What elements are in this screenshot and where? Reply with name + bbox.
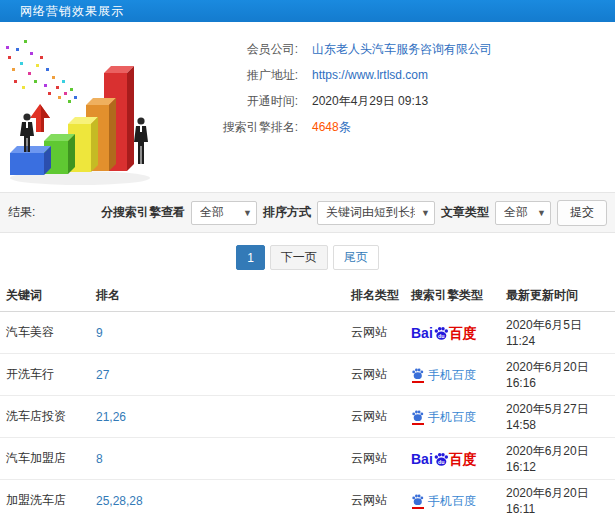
open-time-row: 开通时间: 2020年4月29日 09:13 — [180, 88, 615, 114]
engine-filter-value: 全部 — [200, 204, 237, 221]
rank-type-cell: 云网站 — [345, 438, 405, 480]
header-bar: 网络营销效果展示 — [0, 0, 615, 22]
updated-cell: 2020年6月20日 16:12 — [500, 438, 615, 480]
page-title: 网络营销效果展示 — [0, 3, 124, 20]
rank-count-row: 搜索引擎排名: 4648条 — [180, 114, 615, 140]
rank-type-cell: 云网站 — [345, 354, 405, 396]
chevron-down-icon: ▼ — [421, 208, 430, 218]
engine-filter-label: 分搜索引擎查看 — [101, 204, 185, 221]
baidu-paw-icon: du — [433, 325, 449, 341]
type-filter-label: 文章类型 — [441, 204, 489, 221]
header-rank-type: 排名类型 — [345, 280, 405, 312]
baidu-paw-icon — [411, 409, 424, 422]
rank-count-number: 4648 — [312, 120, 339, 134]
table-row: 加盟洗车店25,28,28云网站手机百度2020年6月20日 16:11 — [0, 480, 615, 520]
table-row: 汽车加盟店8云网站Baidu百度2020年6月20日 16:12 — [0, 438, 615, 480]
rank-cell[interactable]: 27 — [90, 354, 345, 396]
baidu-paw-icon — [411, 367, 424, 380]
header-updated: 最新更新时间 — [500, 280, 615, 312]
rank-type-cell: 云网站 — [345, 396, 405, 438]
sort-filter-value: 关键词由短到长排序 — [326, 204, 415, 221]
info-section: 会员公司: 山东老人头汽车服务咨询有限公司 推广地址: https://www.… — [0, 22, 615, 192]
open-time-label: 开通时间: — [180, 93, 298, 110]
baidu-logo: Baidu百度 — [411, 325, 477, 341]
engine-filter-select[interactable]: 全部 ▼ — [191, 201, 257, 225]
member-company-link[interactable]: 山东老人头汽车服务咨询有限公司 — [312, 41, 492, 58]
updated-cell: 2020年6月5日 11:24 — [500, 312, 615, 354]
page: 网络营销效果展示 — [0, 0, 615, 520]
next-page-button[interactable]: 下一页 — [270, 245, 328, 270]
promo-url-label: 推广地址: — [180, 67, 298, 84]
keyword-cell: 开洗车行 — [0, 354, 90, 396]
businessman-right — [134, 117, 148, 164]
keyword-table-body: 汽车美容9云网站Baidu百度2020年6月5日 11:24开洗车行27云网站手… — [0, 312, 615, 520]
bar-chart-illustration — [0, 28, 178, 190]
member-company-row: 会员公司: 山东老人头汽车服务咨询有限公司 — [180, 36, 615, 62]
bar-blue — [10, 146, 51, 175]
type-filter-value: 全部 — [504, 204, 531, 221]
keyword-cell: 加盟洗车店 — [0, 480, 90, 520]
type-filter-select[interactable]: 全部 ▼ — [495, 201, 551, 225]
updated-cell: 2020年6月20日 16:16 — [500, 354, 615, 396]
pagination: 1 下一页 尾页 — [0, 245, 615, 270]
rank-type-cell: 云网站 — [345, 312, 405, 354]
rank-count-label: 搜索引擎排名: — [180, 119, 298, 136]
engine-cell: 手机百度 — [405, 396, 500, 438]
mobile-baidu-logo: 手机百度 — [411, 367, 476, 383]
rank-count-value: 4648条 — [312, 119, 351, 136]
chevron-down-icon: ▼ — [537, 208, 546, 218]
member-company-label: 会员公司: — [180, 41, 298, 58]
baidu-underline — [412, 507, 424, 509]
header-keyword: 关键词 — [0, 280, 90, 312]
table-row: 汽车美容9云网站Baidu百度2020年6月5日 11:24 — [0, 312, 615, 354]
keyword-cell: 汽车加盟店 — [0, 438, 90, 480]
table-header-row: 关键词 排名 排名类型 搜索引擎类型 最新更新时间 — [0, 280, 615, 312]
rank-cell[interactable]: 8 — [90, 438, 345, 480]
rank-count-unit: 条 — [339, 120, 351, 134]
baidu-underline — [412, 423, 424, 425]
rank-cell[interactable]: 25,28,28 — [90, 480, 345, 520]
filter-controls: 分搜索引擎查看 全部 ▼ 排序方式 关键词由短到长排序 ▼ 文章类型 全部 ▼ … — [101, 200, 607, 226]
table-row: 洗车店投资21,26云网站手机百度2020年5月27日 14:58 — [0, 396, 615, 438]
page-button-current[interactable]: 1 — [236, 245, 265, 270]
svg-text:du: du — [438, 458, 445, 464]
header-rank: 排名 — [90, 280, 345, 312]
engine-cell: Baidu百度 — [405, 312, 500, 354]
mobile-baidu-logo: 手机百度 — [411, 493, 476, 509]
open-time-value: 2020年4月29日 09:13 — [312, 93, 428, 110]
promo-url-link[interactable]: https://www.lrtlsd.com — [312, 68, 428, 82]
sort-filter-label: 排序方式 — [263, 204, 311, 221]
table-row: 开洗车行27云网站手机百度2020年6月20日 16:16 — [0, 354, 615, 396]
promo-url-row: 推广地址: https://www.lrtlsd.com — [180, 62, 615, 88]
results-label: 结果: — [8, 204, 35, 221]
submit-button[interactable]: 提交 — [557, 200, 607, 226]
baidu-underline — [412, 381, 424, 383]
last-page-button[interactable]: 尾页 — [333, 245, 379, 270]
rank-cell[interactable]: 9 — [90, 312, 345, 354]
mobile-baidu-logo: 手机百度 — [411, 409, 476, 425]
keyword-table: 关键词 排名 排名类型 搜索引擎类型 最新更新时间 汽车美容9云网站Baidu百… — [0, 280, 615, 520]
rank-cell[interactable]: 21,26 — [90, 396, 345, 438]
member-info: 会员公司: 山东老人头汽车服务咨询有限公司 推广地址: https://www.… — [180, 22, 615, 140]
sort-filter-select[interactable]: 关键词由短到长排序 ▼ — [317, 201, 435, 225]
engine-cell: Baidu百度 — [405, 438, 500, 480]
baidu-logo: Baidu百度 — [411, 451, 477, 467]
keyword-cell: 汽车美容 — [0, 312, 90, 354]
up-arrow — [30, 104, 50, 132]
baidu-paw-icon: du — [433, 451, 449, 467]
engine-cell: 手机百度 — [405, 354, 500, 396]
engine-cell: 手机百度 — [405, 480, 500, 520]
confetti-dots — [6, 40, 77, 103]
svg-text:du: du — [438, 332, 445, 338]
updated-cell: 2020年5月27日 14:58 — [500, 396, 615, 438]
updated-cell: 2020年6月20日 16:11 — [500, 480, 615, 520]
rank-type-cell: 云网站 — [345, 480, 405, 520]
header-engine: 搜索引擎类型 — [405, 280, 500, 312]
chevron-down-icon: ▼ — [243, 208, 252, 218]
keyword-cell: 洗车店投资 — [0, 396, 90, 438]
filter-bar: 结果: 分搜索引擎查看 全部 ▼ 排序方式 关键词由短到长排序 ▼ 文章类型 全… — [0, 192, 615, 233]
baidu-paw-icon — [411, 493, 424, 506]
